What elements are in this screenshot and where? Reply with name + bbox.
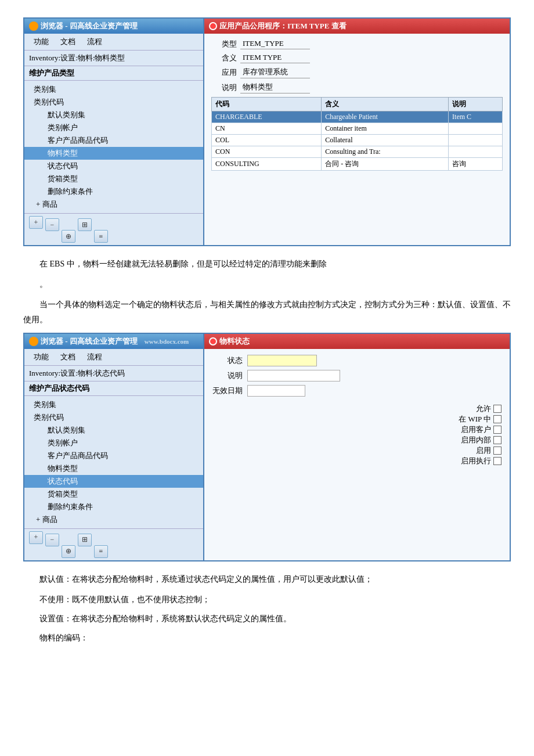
tree-item-1[interactable]: 类别代码	[24, 96, 203, 109]
cell-desc-3	[449, 146, 503, 158]
red-circle-2	[209, 337, 217, 345]
table-row-2[interactable]: COL Collateral	[212, 135, 503, 146]
red-circle-1	[209, 22, 217, 30]
checkbox-1[interactable]	[493, 415, 501, 423]
checkbox-4[interactable]	[493, 447, 501, 455]
grid-btn-1[interactable]: ⊞	[78, 218, 92, 231]
tree2-item-0[interactable]: 类别集	[24, 398, 203, 411]
add-btn-2[interactable]: +	[29, 531, 43, 544]
label-app: 应用	[211, 67, 240, 78]
value-meaning: ITEM TYPE	[240, 52, 310, 63]
status-form: 状态 说明 无效日期 允许	[204, 349, 510, 472]
tree-area-1: 类别集 类别代码 默认类别集 类别帐户 客户产品商品代码 物料类型 状态代码 货…	[24, 81, 203, 213]
right-title-2-label: 物料状态	[219, 336, 250, 347]
tree-items-1: 类别集 类别代码 默认类别集 类别帐户 客户产品商品代码 物料类型 状态代码 货…	[24, 81, 203, 213]
left-panel-1: 浏览器 - 四高线企业资产管理 功能 文档 流程 Inventory:设置:物料…	[24, 19, 204, 245]
cb-row-5: 启用执行	[212, 456, 501, 466]
window2: 浏览器 - 四高线企业资产管理 www.bdocx.com 功能 文档 流程 I…	[23, 333, 511, 561]
menu-item-flow-2[interactable]: 流程	[81, 351, 108, 363]
menu-item-doc-1[interactable]: 文档	[55, 35, 81, 48]
cb-label-4: 启用	[476, 445, 491, 456]
tree-item-3[interactable]: 类别帐户	[24, 121, 203, 134]
checkbox-0[interactable]	[493, 405, 501, 413]
cell-desc-1	[449, 123, 503, 135]
tree2-item-3[interactable]: 类别帐户	[24, 437, 203, 449]
remove-btn-2[interactable]: −	[45, 534, 59, 546]
status-row-0: 状态	[212, 355, 501, 366]
menu-item-flow-1[interactable]: 流程	[81, 35, 108, 48]
tree2-item-5[interactable]: 物料类型	[24, 462, 203, 475]
status-input-0[interactable]	[247, 355, 317, 366]
cb-label-2: 启用客户	[461, 424, 491, 435]
tree2-item-7[interactable]: 货箱类型	[24, 488, 203, 501]
tree2-item-2[interactable]: 默认类别集	[24, 424, 203, 437]
add2-btn-1[interactable]: ⊕	[62, 230, 75, 243]
cell-code-4: CONSULTING	[212, 158, 322, 171]
menu-item-doc-2[interactable]: 文档	[55, 351, 81, 363]
btn-col-1	[24, 109, 29, 113]
remove-btn-1[interactable]: −	[45, 218, 59, 231]
right-panel-2: 物料状态 状态 说明 无效日期 允许	[204, 334, 510, 560]
tree-item-9[interactable]: + 商品	[24, 198, 203, 211]
tree2-item-1[interactable]: 类别代码	[24, 411, 203, 424]
tree-section-1: 类别集 类别代码 默认类别集 类别帐户 客户产品商品代码 物料类型 状态代码 货…	[24, 81, 203, 213]
add2-btn-2[interactable]: ⊕	[62, 545, 75, 558]
tree-item-2[interactable]: 默认类别集	[24, 109, 203, 121]
tree-item-4[interactable]: 客户产品商品代码	[24, 134, 203, 147]
table-row-4[interactable]: CONSULTING 合同 - 咨询 咨询	[212, 158, 503, 171]
tree2-item-6[interactable]: 状态代码	[24, 475, 203, 488]
paragraph-5: 设置值：在将状态分配给物料时，系统将默认状态代码定义的属性值。	[39, 611, 511, 626]
status-input-2[interactable]	[247, 385, 305, 397]
grid-btn-2[interactable]: ⊞	[78, 534, 92, 546]
breadcrumb-2: Inventory:设置:物料:状态代码	[24, 366, 203, 381]
status-label-0: 状态	[212, 355, 247, 366]
cb-row-0: 允许	[212, 404, 501, 414]
paragraph-2: 当一个具体的物料选定一个确定的物料状态后，与相关属性的修改方式就由控制方式决定，…	[23, 297, 511, 326]
cell-desc-4: 咨询	[449, 158, 503, 171]
list-btn-2[interactable]: ≡	[94, 545, 108, 558]
menu-item-func-2[interactable]: 功能	[28, 351, 55, 363]
col-header-meaning: 含义	[322, 98, 449, 111]
cb-row-4: 启用	[212, 445, 501, 456]
right-title-bar-1: 应用产品公用程序：ITEM TYPE 查看	[204, 19, 510, 34]
status-input-1[interactable]	[247, 370, 340, 381]
status-row-2: 无效日期	[212, 385, 501, 397]
tree-item-0[interactable]: 类别集	[24, 83, 203, 96]
add-btn-1[interactable]: +	[29, 216, 43, 229]
browser-icon-2	[29, 337, 38, 346]
menu-bar-2: 功能 文档 流程	[24, 349, 203, 366]
tree-item-7[interactable]: 货箱类型	[24, 172, 203, 185]
watermark-text: www.bdocx.com	[145, 338, 189, 345]
window1: 浏览器 - 四高线企业资产管理 功能 文档 流程 Inventory:设置:物料…	[23, 17, 511, 246]
value-type: ITEM_TYPE	[240, 38, 310, 49]
app-window-1: 浏览器 - 四高线企业资产管理 功能 文档 流程 Inventory:设置:物料…	[23, 17, 511, 246]
label-meaning: 含义	[211, 53, 240, 63]
cell-meaning-2: Collateral	[322, 135, 449, 146]
tree-item-5[interactable]: 物料类型	[24, 147, 203, 160]
tree-area-2: 类别集 类别代码 默认类别集 类别帐户 客户产品商品代码 物料类型 状态代码 货…	[24, 396, 203, 528]
tree2-item-8[interactable]: 删除约束条件	[24, 501, 203, 513]
tree2-item-9[interactable]: + 商品	[24, 513, 203, 526]
checkbox-3[interactable]	[493, 436, 501, 444]
status-label-1: 说明	[212, 370, 247, 381]
checkbox-2[interactable]	[493, 426, 501, 434]
tree-item-6[interactable]: 状态代码	[24, 160, 203, 172]
cell-desc-2	[449, 135, 503, 146]
subtitle-2: 维护产品状态代码	[24, 381, 203, 396]
paragraph-1: 在 EBS 中，物料一经创建就无法轻易删除，但是可以经过特定的清理功能来删除	[23, 257, 511, 271]
table-row-0[interactable]: CHARGEABLE Chargeable Patient Item C	[212, 111, 503, 123]
tree-item-8[interactable]: 删除约束条件	[24, 185, 203, 198]
status-row-1: 说明	[212, 370, 501, 381]
menu-item-func-1[interactable]: 功能	[28, 35, 55, 48]
cb-row-2: 启用客户	[212, 424, 501, 435]
cb-label-5: 启用执行	[461, 456, 491, 466]
subtitle-1: 维护产品类型	[24, 66, 203, 81]
checkbox-5[interactable]	[493, 457, 501, 465]
breadcrumb-1: Inventory:设置:物料:物料类型	[24, 51, 203, 66]
right-title-bar-2: 物料状态	[204, 334, 510, 349]
cb-row-3: 启用内部	[212, 435, 501, 445]
tree2-item-4[interactable]: 客户产品商品代码	[24, 449, 203, 462]
table-row-1[interactable]: CN Container item	[212, 123, 503, 135]
table-row-3[interactable]: CON Consulting and Tra:	[212, 146, 503, 158]
list-btn-1[interactable]: ≡	[94, 230, 108, 243]
